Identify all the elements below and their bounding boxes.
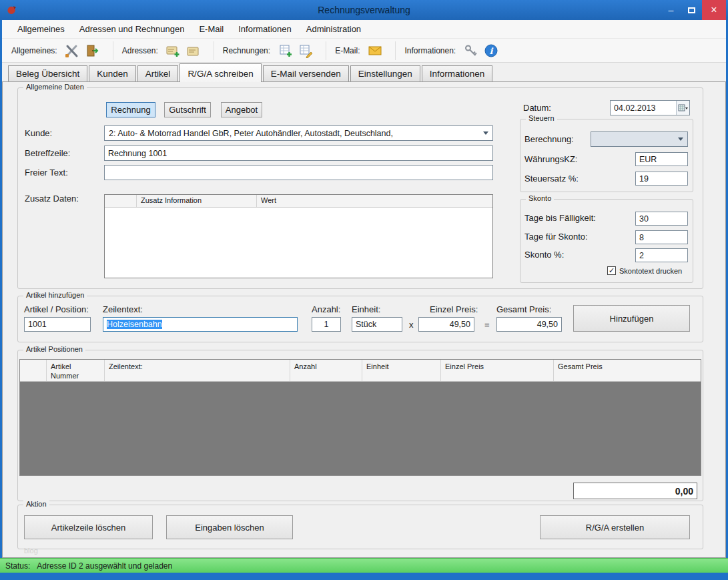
datum-value: 04.02.2013 <box>611 102 676 114</box>
skonto-prozent-input[interactable]: 2 <box>635 248 688 262</box>
einzel-preis-input[interactable]: 49,50 <box>418 317 474 332</box>
key-icon[interactable] <box>462 42 479 59</box>
chevron-down-icon <box>678 137 683 141</box>
toolbar-label: Adressen: <box>122 46 158 55</box>
steuersatz-input[interactable]: 19 <box>635 172 688 186</box>
einzel-preis-value: 49,50 <box>450 320 470 329</box>
toolbar-group-allgemeines: Allgemeines: <box>11 41 113 60</box>
anzahl-input[interactable]: 1 <box>312 317 341 332</box>
rechnung-button[interactable]: Rechnung <box>106 102 155 117</box>
tab-einstellungen[interactable]: Einstellungen <box>350 65 420 81</box>
kunde-select[interactable]: 2: Auto- & Motorrad Handel GbR, Peter Au… <box>104 125 493 141</box>
rga-erstellen-button[interactable]: R/G/A erstellen <box>540 515 690 539</box>
artikel-position-input[interactable]: 1001 <box>24 317 91 332</box>
maximize-button[interactable] <box>681 0 702 20</box>
column-header-artikel-nummer[interactable]: Artikel Nummer <box>47 360 105 381</box>
tab-rga-schreiben[interactable]: R/G/A schreiben <box>179 63 261 82</box>
positionen-grid-header: Artikel Nummer Zeilentext: Anzahl Einhei… <box>20 360 701 382</box>
menu-bar: Allgemeines Adressen und Rechnungen E-Ma… <box>2 20 726 39</box>
address-icon[interactable] <box>185 42 202 59</box>
column-header-einzel-preis[interactable]: Einzel Preis <box>441 360 554 381</box>
positionen-grid: Artikel Nummer Zeilentext: Anzahl Einhei… <box>19 359 701 476</box>
menu-email[interactable]: E-Mail <box>192 21 231 37</box>
column-header-gesamt-preis[interactable]: Gesamt Preis <box>554 360 701 381</box>
status-bar: Status: Adresse ID 2 ausgewählt und gela… <box>0 558 728 573</box>
column-header-zeilentext[interactable]: Zeilentext: <box>105 360 290 381</box>
column-header-anzahl[interactable]: Anzahl <box>290 360 362 381</box>
summe-total-value: 0,00 <box>675 486 693 497</box>
gutschrift-button[interactable]: Gutschrift <box>164 102 211 117</box>
zusatz-daten-label: Zusatz Daten: <box>25 194 79 204</box>
group-title: Steuern <box>526 114 557 122</box>
skonto-prozent-value: 2 <box>639 251 644 260</box>
toolbar-label: E-Mail: <box>335 46 360 55</box>
berechnung-select[interactable] <box>591 131 688 147</box>
exit-door-icon[interactable] <box>84 42 101 59</box>
menu-allgemeines[interactable]: Allgemeines <box>10 21 72 37</box>
tab-informationen[interactable]: Informationen <box>422 65 493 81</box>
einheit-value: Stück <box>356 320 376 329</box>
column-header-wert[interactable]: Wert <box>257 195 492 207</box>
skontotext-drucken-checkbox[interactable]: ✓ Skontotext drucken <box>607 266 682 275</box>
column-header-row-selector[interactable] <box>105 195 137 207</box>
tab-email-versenden[interactable]: E-Mail versenden <box>263 65 349 81</box>
info-icon[interactable]: i <box>482 42 499 59</box>
tage-bis-faelligkeit-input[interactable]: 30 <box>635 212 688 226</box>
email-icon[interactable] <box>366 42 383 59</box>
einheit-input[interactable]: Stück <box>352 317 402 332</box>
group-artikel-hinzufuegen: Artikel hinzufügen Artikel / Position: Z… <box>17 296 703 342</box>
gesamt-preis-label: Gesamt Preis: <box>496 304 551 314</box>
tage-bis-faelligkeit-value: 30 <box>639 214 649 224</box>
tab-artikel[interactable]: Artikel <box>137 65 179 81</box>
skonto-prozent-label: Skonto %: <box>524 250 564 260</box>
menu-informationen[interactable]: Informationen <box>231 21 299 37</box>
hinzufuegen-button[interactable]: Hinzufügen <box>573 305 690 332</box>
berechnung-label: Berechnung: <box>524 134 574 144</box>
betreffzeile-label: Betreffzeile: <box>25 148 70 158</box>
column-header-row-selector[interactable] <box>20 360 47 381</box>
toolbar-label: Informationen: <box>404 46 456 55</box>
menu-adressen-und-rechnungen[interactable]: Adressen und Rechnungen <box>72 21 192 37</box>
datum-label: Datum: <box>523 103 551 113</box>
column-header-einheit[interactable]: Einheit <box>362 360 441 381</box>
address-add-icon[interactable] <box>165 42 181 59</box>
angebot-button[interactable]: Angebot <box>221 102 262 117</box>
tab-beleg-uebersicht[interactable]: Beleg Übersicht <box>8 65 87 81</box>
group-title: Aktion <box>23 500 49 508</box>
positionen-grid-body[interactable] <box>20 382 701 475</box>
steuersatz-label: Steuersatz %: <box>524 174 579 184</box>
waehrungskz-input[interactable]: EUR <box>635 152 688 166</box>
checkbox-checked-icon: ✓ <box>607 266 616 275</box>
close-icon: × <box>711 4 717 16</box>
toolbar: Allgemeines: Adressen: Rechnungen: <box>2 39 726 63</box>
tools-icon[interactable] <box>64 42 81 59</box>
datum-picker[interactable]: 04.02.2013 <box>610 100 690 115</box>
artikelzeile-loeschen-button[interactable]: Artikelzeile löschen <box>24 515 153 539</box>
zusatz-daten-grid-body[interactable] <box>105 208 492 278</box>
freier-text-input[interactable] <box>104 165 493 180</box>
summe-total-field[interactable]: 0,00 <box>573 483 697 499</box>
app-icon <box>5 4 17 16</box>
zeilentext-label: Zeilentext: <box>103 304 143 314</box>
status-message: Adresse ID 2 ausgewählt und geladen <box>37 561 172 571</box>
calendar-icon <box>678 104 689 112</box>
tage-fuer-skonto-input[interactable]: 8 <box>635 230 688 244</box>
gesamt-preis-input[interactable]: 49,50 <box>496 317 562 332</box>
eingaben-loeschen-button[interactable]: Eingaben löschen <box>166 515 293 539</box>
betreffzeile-input[interactable]: Rechnung 1001 <box>104 146 493 161</box>
group-skonto: Skonto Tage bis Fälligkeit: 30 Tage für … <box>520 199 693 283</box>
betreffzeile-value: Rechnung 1001 <box>108 149 167 158</box>
toolbar-label: Allgemeines: <box>11 46 57 55</box>
toolbar-group-rechnungen: Rechnungen: <box>223 41 326 60</box>
close-button[interactable]: × <box>702 0 726 20</box>
minimize-button[interactable]: – <box>661 0 681 20</box>
tage-bis-faelligkeit-label: Tage bis Fälligkeit: <box>524 213 596 223</box>
menu-administration[interactable]: Administration <box>299 21 368 37</box>
invoice-edit-icon[interactable] <box>297 42 314 59</box>
zeilentext-input[interactable]: Holzeisenbahn <box>103 317 298 332</box>
tab-kunden[interactable]: Kunden <box>89 65 136 81</box>
invoice-add-icon[interactable] <box>277 42 294 59</box>
calendar-dropdown-button[interactable] <box>676 101 689 115</box>
column-header-zusatz-information[interactable]: Zusatz Information <box>137 195 257 207</box>
group-steuern: Steuern Berechnung: WährungsKZ: EUR Steu… <box>520 119 693 192</box>
